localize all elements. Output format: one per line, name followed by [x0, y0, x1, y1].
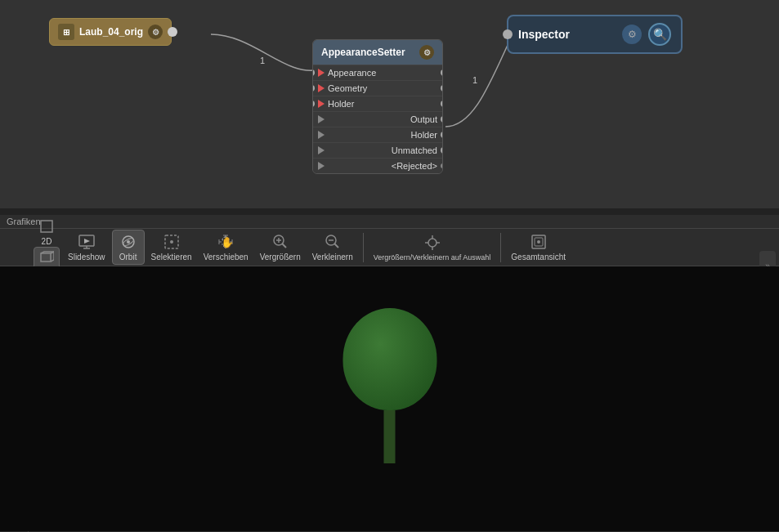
grafiken-bar: Grafiken — [0, 215, 779, 229]
port-output[interactable]: Output — [313, 111, 442, 127]
2d-icon — [38, 217, 56, 235]
btn-slideshow[interactable]: Slideshow — [63, 230, 110, 264]
port-unmatched-right[interactable] — [441, 147, 443, 154]
tree-top — [342, 308, 437, 410]
btn-fit-selection[interactable]: Vergrößern/Verkleinern auf Auswahl — [369, 231, 496, 264]
source-node-icon: ⊞ — [58, 24, 74, 40]
inspector-node[interactable]: Inspector ⚙ 🔍 — [507, 15, 683, 54]
port-holder-in-triangle — [318, 100, 325, 108]
overview-icon — [530, 233, 548, 251]
tree-trunk — [384, 410, 396, 463]
port-holder-out-right[interactable] — [441, 132, 443, 138]
node-editor: 1 1 ⊞ Laub_04_orig ⚙ AppearanceSetter ⚙ … — [0, 0, 779, 208]
orbit-icon — [119, 233, 137, 251]
port-output-label: Output — [410, 114, 437, 124]
btn-orbit[interactable]: Orbit — [112, 230, 145, 265]
port-rejected-label: <Rejected> — [392, 161, 437, 171]
appearance-setter-gear[interactable]: ⚙ — [419, 45, 434, 60]
port-appearance-label: Appearance — [328, 68, 376, 78]
appearance-setter-node: AppearanceSetter ⚙ Appearance Geometry H… — [312, 39, 443, 174]
viewport-toolbar: 2D 3D Slideshow Orbit — [0, 229, 779, 266]
port-holder-in[interactable]: Holder — [313, 96, 442, 111]
svg-rect-0 — [41, 221, 52, 232]
btn-2d-label: 2D — [42, 237, 52, 246]
port-unmatched-label: Unmatched — [392, 145, 437, 155]
move-icon: ✋ — [217, 233, 235, 251]
viewport-container: ... — [0, 266, 779, 531]
btn-vergroessern[interactable]: Vergrößern — [255, 230, 306, 264]
connection-label-1: 1 — [260, 56, 265, 65]
svg-point-10 — [170, 240, 173, 244]
port-rejected[interactable]: <Rejected> — [313, 158, 442, 173]
port-holder-in-right[interactable] — [441, 101, 443, 107]
port-output-right[interactable] — [441, 116, 443, 123]
zoom-in-icon — [271, 233, 289, 251]
source-node[interactable]: ⊞ Laub_04_orig ⚙ — [49, 18, 172, 46]
fit-selection-icon — [423, 234, 441, 252]
toolbar-separator-1 — [363, 233, 364, 262]
zoom-out-icon — [324, 233, 342, 251]
port-appearance-left[interactable] — [312, 69, 315, 76]
svg-rect-1 — [41, 253, 51, 262]
svg-line-18 — [334, 244, 338, 248]
appearance-setter-title: AppearanceSetter — [321, 47, 405, 58]
slideshow-icon — [78, 233, 96, 251]
port-appearance[interactable]: Appearance — [313, 65, 442, 80]
btn-gesamtansicht-label: Gesamtansicht — [511, 253, 566, 262]
source-node-output-port[interactable] — [168, 27, 177, 37]
port-geometry-triangle — [318, 84, 325, 92]
port-appearance-triangle — [318, 69, 325, 77]
btn-verschieben-label: Verschieben — [204, 253, 248, 262]
svg-text:✋: ✋ — [221, 235, 235, 249]
btn-slideshow-label: Slideshow — [68, 253, 105, 262]
connection-label-2: 1 — [472, 75, 477, 85]
inspector-search-icon[interactable]: 🔍 — [648, 23, 671, 46]
port-appearance-right[interactable] — [441, 69, 443, 76]
source-node-label: Laub_04_orig — [79, 26, 143, 38]
tree-shape — [342, 308, 437, 463]
port-holder-out-label: Holder — [411, 130, 437, 140]
inspector-gear-icon[interactable]: ⚙ — [622, 25, 642, 44]
appearance-setter-header[interactable]: AppearanceSetter ⚙ — [313, 40, 442, 65]
port-unmatched[interactable]: Unmatched — [313, 142, 442, 158]
port-holder-out[interactable]: Holder — [313, 127, 442, 142]
port-rejected-triangle — [318, 162, 325, 170]
btn-vergroessern-label: Vergrößern — [260, 253, 301, 262]
inspector-label: Inspector — [518, 28, 616, 41]
source-node-gear[interactable]: ⚙ — [148, 25, 163, 39]
btn-selektieren[interactable]: Selektieren — [146, 230, 197, 264]
inspector-port-left[interactable] — [503, 29, 513, 39]
btn-selektieren-label: Selektieren — [151, 253, 192, 262]
port-geometry-label: Geometry — [328, 83, 367, 93]
port-geometry[interactable]: Geometry — [313, 80, 442, 96]
svg-marker-5 — [84, 239, 90, 244]
panel-divider — [0, 208, 779, 215]
viewport-3d[interactable] — [0, 266, 779, 531]
btn-orbit-label: Orbit — [119, 253, 137, 262]
btn-verkleinern[interactable]: Verkleinern — [307, 230, 358, 264]
3d-icon — [38, 248, 56, 266]
port-rejected-dot[interactable] — [441, 163, 443, 168]
btn-verschieben[interactable]: ✋ Verschieben — [199, 230, 253, 264]
toolbar-separator-2 — [500, 233, 501, 262]
btn-2d[interactable]: 2D — [34, 217, 60, 247]
port-output-triangle — [318, 115, 325, 123]
btn-fit-selection-label: Vergrößern/Verkleinern auf Auswahl — [374, 253, 491, 262]
port-holder-in-left[interactable] — [312, 101, 315, 107]
svg-line-15 — [282, 244, 286, 248]
svg-point-8 — [127, 240, 130, 244]
port-geometry-left[interactable] — [312, 85, 315, 92]
btn-verkleinern-label: Verkleinern — [312, 253, 353, 262]
port-geometry-right[interactable] — [441, 85, 443, 92]
port-holder-out-triangle — [318, 131, 325, 139]
btn-gesamtansicht[interactable]: Gesamtansicht — [506, 230, 571, 264]
port-holder-in-label: Holder — [328, 99, 354, 109]
port-unmatched-triangle — [318, 146, 325, 154]
svg-point-26 — [537, 240, 540, 244]
svg-point-19 — [428, 239, 437, 247]
select-icon — [163, 233, 181, 251]
